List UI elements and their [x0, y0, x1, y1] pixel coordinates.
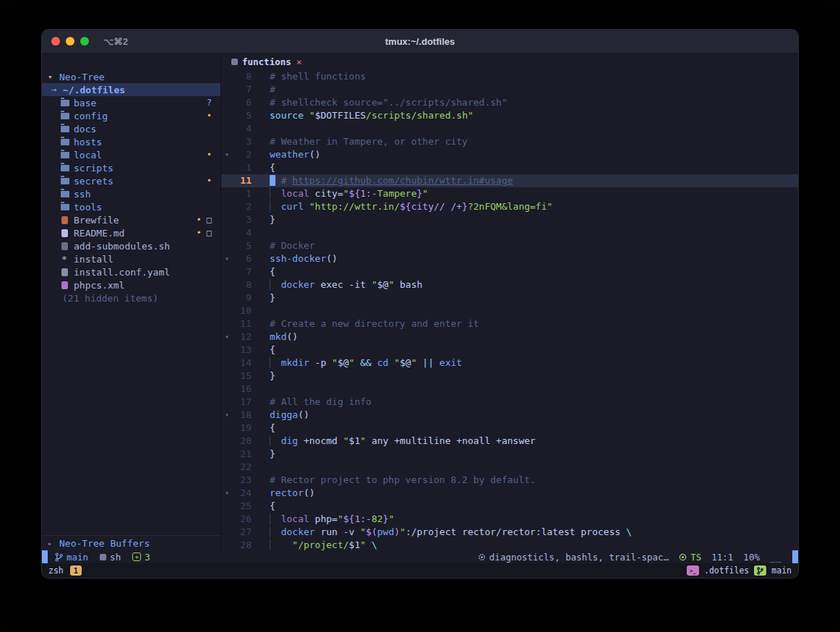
code-line[interactable]: 19{: [221, 422, 798, 435]
code-line[interactable]: 1▏ local city="${1:-Tampere}": [221, 187, 798, 200]
code-buffer[interactable]: 8# shell functions7#6# shellcheck source…: [221, 70, 798, 550]
code-line[interactable]: 26▏ local php="${1:-82}": [221, 513, 798, 526]
fold-open-icon[interactable]: ▾: [221, 487, 233, 500]
fold-open-icon[interactable]: ▾: [221, 330, 233, 343]
minimize-window-button[interactable]: [66, 37, 74, 46]
code-token: :/project rector/rector:latest process: [406, 526, 626, 537]
tree-item-ssh[interactable]: ssh: [42, 187, 220, 200]
tree-item-docs[interactable]: docs: [42, 122, 220, 135]
code-line[interactable]: 9}: [221, 291, 798, 304]
code-token: mkdir: [281, 357, 309, 368]
code-line-current[interactable]: 11 # https://github.com/chubin/wttr.in#u…: [221, 174, 798, 187]
tree-item-add-submodules.sh[interactable]: add-submodules.sh: [42, 239, 220, 252]
tree-item-base[interactable]: base?: [42, 96, 220, 109]
code-token: ": [309, 110, 315, 121]
code-line[interactable]: 4: [221, 122, 798, 135]
titlebar[interactable]: ⌥⌘2 tmux:~/.dotfiles: [42, 30, 798, 54]
tree-item-label: ~/.dotfiles: [63, 85, 125, 95]
code-token: docker: [281, 279, 315, 290]
code-line[interactable]: 4: [221, 226, 798, 239]
code-line[interactable]: 7#: [221, 83, 798, 96]
tree-item-readme.md[interactable]: README.md•□: [42, 226, 220, 239]
code-token: +nocmd: [298, 435, 343, 446]
fold-column: [221, 435, 233, 448]
close-window-button[interactable]: [51, 37, 60, 46]
code-line[interactable]: ▾6ssh-docker(): [221, 252, 798, 265]
tree-item-config[interactable]: config•: [42, 109, 220, 122]
tmux-session-name: .dotfiles: [704, 565, 749, 576]
fold-open-icon[interactable]: ▾: [221, 409, 233, 422]
git-branch-segment[interactable]: main: [55, 552, 88, 563]
fold-column: [221, 383, 233, 396]
file-icon: [61, 216, 68, 224]
code-line[interactable]: 8▏ docker exec -it "$@" bash: [221, 278, 798, 291]
tree-item-label: base: [74, 98, 96, 108]
line-content: # shellcheck source="../scripts/shared.s…: [252, 96, 507, 109]
code-token: ▏: [270, 188, 275, 199]
line-number: 2: [233, 200, 252, 213]
code-line[interactable]: 13{: [221, 343, 798, 356]
code-line[interactable]: 25{: [221, 500, 798, 513]
tree-item-phpcs.xml[interactable]: phpcs.xml: [42, 278, 220, 291]
tree-item-install.conf.yaml[interactable]: install.conf.yaml: [42, 265, 220, 278]
file-icon: [61, 242, 68, 250]
treesitter-icon: [679, 553, 687, 561]
code-token: city=: [309, 188, 343, 199]
code-line[interactable]: ▾2weather(): [221, 148, 798, 161]
code-token: ${1:-: [343, 513, 372, 524]
code-line[interactable]: 3}: [221, 213, 798, 226]
tree-item-scripts[interactable]: scripts: [42, 161, 220, 174]
terminal-window: ⌥⌘2 tmux:~/.dotfiles ▾Neo-Tree→~/.dotfil…: [41, 29, 799, 578]
tree-item-~-.dotfiles[interactable]: →~/.dotfiles: [42, 83, 220, 96]
code-line[interactable]: 8# shell functions: [221, 70, 798, 83]
badge-group: •□: [197, 229, 212, 237]
tab-close-icon[interactable]: ×: [296, 56, 302, 67]
code-line[interactable]: 23# Rector project to php version 8.2 by…: [221, 474, 798, 487]
code-line[interactable]: 20▏ dig +nocmd "$1" any +multiline +noal…: [221, 435, 798, 448]
code-token: {: [270, 422, 275, 433]
code-line[interactable]: 3# Weather in Tampere, or other city: [221, 135, 798, 148]
tree-item-install[interactable]: *install: [42, 252, 220, 265]
chevron-down-icon[interactable]: ▾: [48, 72, 59, 82]
code-line[interactable]: 6# shellcheck source="../scripts/shared.…: [221, 96, 798, 109]
code-line[interactable]: 22: [221, 461, 798, 474]
fold-open-icon[interactable]: ▾: [221, 148, 233, 161]
zoom-window-button[interactable]: [80, 37, 89, 46]
tree-item-secrets[interactable]: secrets•: [42, 174, 220, 187]
neotree-buffers-section[interactable]: ▸ Neo-Tree Buffers: [42, 535, 220, 550]
code-line[interactable]: 15}: [221, 370, 798, 383]
code-line[interactable]: 16: [221, 383, 798, 396]
chevron-right-icon[interactable]: ▸: [48, 539, 59, 547]
tab-functions[interactable]: functions: [242, 56, 291, 67]
code-line[interactable]: 1{: [221, 161, 798, 174]
code-line[interactable]: 5# Docker: [221, 239, 798, 252]
code-line[interactable]: 10: [221, 304, 798, 317]
tmux-statusbar-right: >_ .dotfiles main: [687, 565, 792, 576]
code-line[interactable]: 5source "$DOTFILES/scripts/shared.sh": [221, 109, 798, 122]
code-line[interactable]: 2▏ curl "http://wttr.in/${city// /+}?2nF…: [221, 200, 798, 213]
tree-item-neo-tree[interactable]: ▾Neo-Tree: [42, 70, 220, 83]
line-number: 8: [233, 278, 252, 291]
fold-column: [221, 213, 233, 226]
code-line[interactable]: 27▏ docker run -v "$(pwd)":/project rect…: [221, 526, 798, 539]
code-line[interactable]: 7{: [221, 265, 798, 278]
code-token: $1: [349, 539, 361, 550]
code-line[interactable]: 28▏ "/project/$1" \: [221, 539, 798, 550]
fold-open-icon[interactable]: ▾: [221, 252, 233, 265]
tree-item-tools[interactable]: tools: [42, 200, 220, 213]
tmux-window-index-badge[interactable]: 1: [70, 565, 82, 576]
code-line[interactable]: ▾18digga(): [221, 409, 798, 422]
tree-item-hosts[interactable]: hosts: [42, 135, 220, 148]
code-line[interactable]: 14▏ mkdir -p "$@" && cd "$@" || exit: [221, 356, 798, 370]
code-line[interactable]: 21}: [221, 448, 798, 461]
code-token: &&: [360, 357, 372, 368]
scroll-percent: 10%: [743, 552, 760, 563]
tree-item-brewfile[interactable]: Brewfile•□: [42, 213, 220, 226]
code-line[interactable]: 17# All the dig info: [221, 396, 798, 409]
code-line[interactable]: ▾24rector(): [221, 487, 798, 500]
line-number: 5: [233, 239, 252, 252]
code-line[interactable]: 11# Create a new directory and enter it: [221, 317, 798, 330]
tree-item-local[interactable]: local•: [42, 148, 220, 161]
code-line[interactable]: ▾12mkd(): [221, 330, 798, 343]
code-token: [434, 357, 440, 368]
